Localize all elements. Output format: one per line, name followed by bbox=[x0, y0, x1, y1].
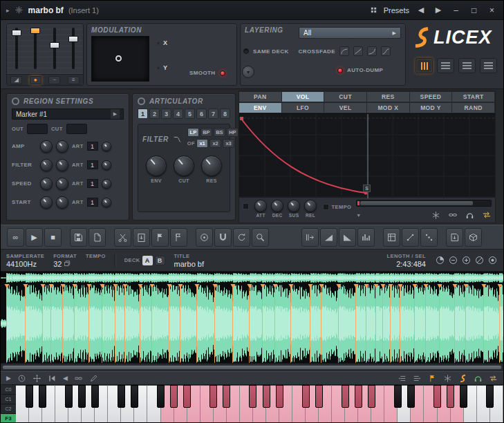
envelope-collapse-chevron[interactable]: ▼ bbox=[356, 213, 361, 218]
articulator-slot-2[interactable]: 2 bbox=[149, 109, 160, 119]
auto-slice-button[interactable] bbox=[170, 228, 187, 247]
filter-mode-hp[interactable]: HP bbox=[227, 128, 239, 137]
articulator-slot-4[interactable]: 4 bbox=[173, 109, 183, 119]
cut-knob[interactable] bbox=[174, 156, 194, 176]
cut-display[interactable] bbox=[66, 124, 87, 134]
articulator-slot-6[interactable]: 6 bbox=[196, 109, 207, 119]
layout-bottom-button[interactable] bbox=[480, 58, 497, 73]
tempo-checkbox[interactable] bbox=[323, 204, 329, 210]
crossfade-curve-1-button[interactable] bbox=[339, 46, 349, 56]
edit-grid-button[interactable] bbox=[383, 228, 400, 247]
deck-a-button[interactable]: A bbox=[142, 256, 153, 265]
waveform-overview[interactable] bbox=[1, 272, 504, 284]
stop-button[interactable]: ■ bbox=[44, 228, 62, 247]
piano-key-black[interactable] bbox=[315, 385, 323, 408]
envelope-mode-icon[interactable]: ● bbox=[30, 76, 41, 84]
piano-key-black[interactable] bbox=[276, 385, 283, 408]
start-knob[interactable] bbox=[56, 196, 68, 209]
previous-slice-button[interactable] bbox=[48, 374, 57, 383]
fade-mode-icon[interactable]: ◢ bbox=[10, 76, 22, 84]
tab-start[interactable]: START bbox=[452, 91, 495, 102]
drag-pan-button[interactable] bbox=[32, 374, 41, 383]
piano-key-black[interactable] bbox=[486, 385, 494, 408]
play-button[interactable]: ▶ bbox=[26, 228, 43, 247]
piano-key-black[interactable] bbox=[355, 385, 362, 408]
tab-mod-y[interactable]: MOD Y bbox=[410, 102, 453, 113]
piano-key-black[interactable] bbox=[157, 385, 165, 408]
tab-rand[interactable]: RAND bbox=[452, 102, 495, 113]
export-sample-button[interactable] bbox=[446, 228, 463, 247]
fade-in-button[interactable] bbox=[320, 228, 337, 247]
fade-out-button[interactable] bbox=[339, 228, 356, 247]
deck-b-button[interactable]: B bbox=[155, 256, 165, 265]
maximize-button[interactable]: □ bbox=[468, 6, 480, 15]
same-deck-led[interactable] bbox=[243, 48, 249, 54]
presets-label[interactable]: Presets bbox=[384, 6, 409, 15]
mini-knob[interactable] bbox=[102, 160, 111, 170]
reanalyze-button[interactable] bbox=[233, 228, 250, 247]
piano-key-black[interactable] bbox=[183, 385, 191, 408]
piano-key-black[interactable] bbox=[170, 385, 178, 408]
list-expand-button[interactable] bbox=[413, 374, 422, 383]
monitor-headphones-button[interactable] bbox=[474, 374, 483, 383]
filter-mode-bs[interactable]: BS bbox=[214, 128, 225, 137]
smooth-led[interactable] bbox=[220, 70, 225, 76]
mini-knob[interactable] bbox=[102, 198, 111, 207]
pie-indicator-icon[interactable] bbox=[435, 255, 445, 265]
sustain-marker[interactable]: S bbox=[363, 185, 371, 192]
amp-knob[interactable] bbox=[40, 140, 53, 153]
layer-fader[interactable] bbox=[11, 26, 22, 70]
plugin-menu-arrow[interactable]: ▸ bbox=[6, 7, 10, 14]
next-preset-button[interactable]: ▶ bbox=[433, 6, 444, 15]
time-clock-button[interactable] bbox=[17, 374, 26, 383]
marker-flag-button[interactable] bbox=[428, 374, 437, 383]
oversample-x3[interactable]: x3 bbox=[223, 139, 234, 148]
piano-key-black[interactable] bbox=[26, 385, 33, 408]
tab-speed[interactable]: SPEED bbox=[410, 91, 453, 102]
disabled-circle-button[interactable] bbox=[474, 255, 485, 265]
piano-key-black[interactable] bbox=[78, 385, 86, 408]
articulator-number-box[interactable]: 1 bbox=[87, 198, 98, 207]
mod-x-knob[interactable] bbox=[158, 42, 159, 44]
snap-magnet-button[interactable] bbox=[214, 228, 232, 247]
tab-cut[interactable]: CUT bbox=[324, 91, 367, 102]
save-sample-button[interactable] bbox=[70, 228, 87, 247]
dec-knob[interactable] bbox=[271, 200, 283, 212]
articulator-number-box[interactable]: 1 bbox=[87, 142, 98, 151]
piano-key-black[interactable] bbox=[249, 385, 256, 408]
articulator-slot-8[interactable]: 8 bbox=[220, 109, 230, 119]
run-tool-button[interactable] bbox=[357, 228, 375, 247]
speed-knob[interactable] bbox=[40, 178, 53, 190]
swap-lr-icon[interactable] bbox=[482, 210, 492, 220]
tab-lfo[interactable]: LFO bbox=[282, 102, 325, 113]
tab-pan[interactable]: PAN bbox=[239, 91, 282, 102]
freeze-icon[interactable] bbox=[431, 211, 440, 220]
piano-key-black[interactable] bbox=[394, 385, 402, 408]
link-icon[interactable] bbox=[448, 210, 458, 220]
piano-key-black[interactable] bbox=[91, 385, 99, 408]
swap-channels-button[interactable] bbox=[489, 374, 498, 383]
piano-key-black[interactable] bbox=[407, 385, 415, 408]
envelope-graph[interactable]: S bbox=[239, 113, 495, 198]
articulator-slot-5[interactable]: 5 bbox=[185, 109, 195, 119]
paste-button[interactable] bbox=[133, 228, 150, 247]
xy-cursor[interactable] bbox=[115, 55, 122, 62]
mod-y-knob[interactable] bbox=[158, 67, 159, 68]
layer-fader[interactable] bbox=[30, 26, 41, 70]
piano-key-black[interactable] bbox=[368, 385, 375, 408]
crossfade-curve-4-button[interactable] bbox=[381, 46, 391, 56]
rel-knob[interactable] bbox=[304, 200, 317, 212]
piano-key-black[interactable] bbox=[263, 385, 270, 408]
articulator-slot-1[interactable]: 1 bbox=[138, 109, 148, 119]
layout-full-button[interactable] bbox=[416, 58, 433, 73]
filter-knob[interactable] bbox=[56, 159, 68, 171]
piano-key-black[interactable] bbox=[342, 385, 349, 408]
close-button[interactable]: × bbox=[486, 6, 498, 15]
tab-vel[interactable]: VEL bbox=[324, 102, 367, 113]
piano-key-black[interactable] bbox=[460, 385, 467, 408]
levels-mode-icon[interactable]: ≡ bbox=[68, 76, 80, 84]
draw-pencil-button[interactable] bbox=[89, 374, 98, 383]
mini-knob[interactable] bbox=[102, 142, 111, 151]
rewind-button[interactable]: ◀ bbox=[63, 375, 68, 382]
articulator-number-box[interactable]: 1 bbox=[87, 160, 98, 169]
